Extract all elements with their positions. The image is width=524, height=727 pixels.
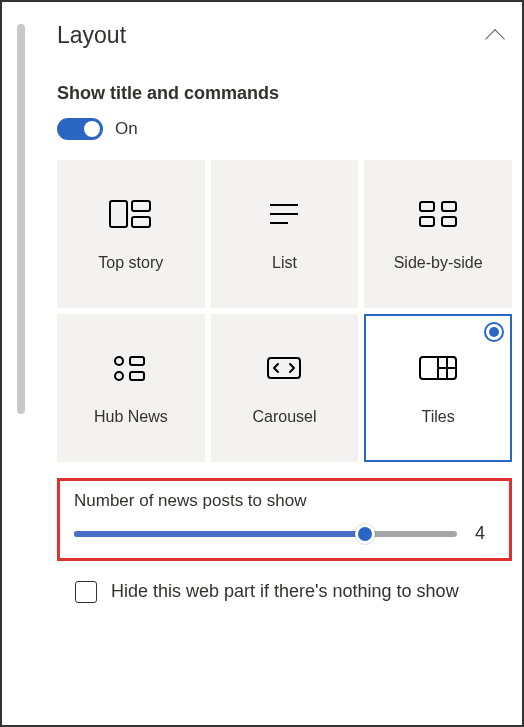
svg-rect-9 [442, 217, 456, 226]
svg-rect-13 [130, 372, 144, 380]
top-story-icon [108, 196, 154, 232]
layout-option-label: List [272, 254, 297, 272]
section-header[interactable]: Layout [57, 22, 512, 49]
slider-label: Number of news posts to show [74, 491, 495, 511]
side-by-side-icon [415, 196, 461, 232]
tiles-icon [415, 350, 461, 386]
layout-option-carousel[interactable]: Carousel [211, 314, 359, 462]
toggle-state-label: On [115, 119, 138, 139]
layout-option-label: Carousel [252, 408, 316, 426]
layout-option-tiles[interactable]: Tiles [364, 314, 512, 462]
news-count-slider[interactable] [74, 531, 457, 537]
layout-option-label: Top story [98, 254, 163, 272]
hide-webpart-checkbox[interactable] [75, 581, 97, 603]
slider-fill [74, 531, 365, 537]
svg-point-10 [115, 357, 123, 365]
svg-rect-14 [268, 358, 300, 378]
layout-options-grid: Top story List [57, 160, 512, 462]
svg-rect-6 [420, 202, 434, 211]
svg-rect-0 [110, 201, 127, 227]
hide-webpart-label: Hide this web part if there's nothing to… [111, 579, 459, 603]
slider-thumb[interactable] [355, 524, 375, 544]
chevron-up-icon [485, 29, 505, 49]
carousel-icon [261, 350, 307, 386]
svg-rect-11 [130, 357, 144, 365]
layout-option-label: Tiles [422, 408, 455, 426]
svg-point-12 [115, 372, 123, 380]
layout-option-side-by-side[interactable]: Side-by-side [364, 160, 512, 308]
list-icon [261, 196, 307, 232]
svg-rect-1 [132, 201, 150, 211]
section-title: Layout [57, 22, 126, 49]
layout-option-label: Hub News [94, 408, 168, 426]
layout-option-list[interactable]: List [211, 160, 359, 308]
news-count-section: Number of news posts to show 4 [57, 478, 512, 561]
layout-option-hub-news[interactable]: Hub News [57, 314, 205, 462]
vertical-scrollbar[interactable] [17, 24, 25, 414]
svg-rect-8 [420, 217, 434, 226]
hub-news-icon [108, 350, 154, 386]
show-title-toggle[interactable] [57, 118, 103, 140]
svg-rect-7 [442, 202, 456, 211]
selected-radio-icon [484, 322, 504, 342]
toggle-thumb [84, 121, 100, 137]
layout-settings-panel: Layout Show title and commands On Top st… [57, 2, 512, 725]
layout-option-label: Side-by-side [394, 254, 483, 272]
toggle-heading: Show title and commands [57, 83, 512, 104]
layout-option-top-story[interactable]: Top story [57, 160, 205, 308]
slider-value: 4 [475, 523, 495, 544]
svg-rect-2 [132, 217, 150, 227]
